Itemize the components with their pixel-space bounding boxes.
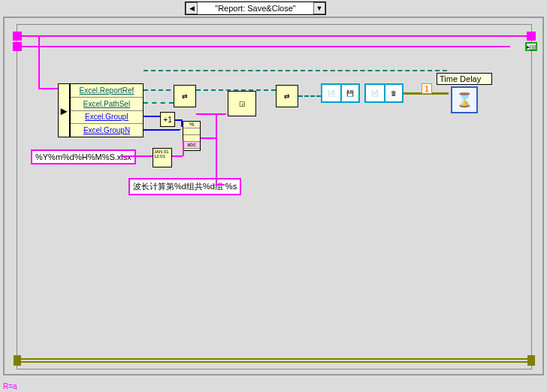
format-into-string-node[interactable]: %abc bbox=[183, 121, 201, 151]
tunnel-error-left bbox=[14, 355, 21, 366]
wire-down-to-cluster bbox=[38, 35, 40, 88]
wire-cluster-top bbox=[17, 35, 533, 37]
numeric-const-one[interactable]: 1 bbox=[422, 83, 432, 94]
timestamp-format-node[interactable]: JAN 01 12:01 bbox=[153, 148, 172, 167]
wire-to-caption bbox=[216, 184, 225, 185]
transform-node[interactable]: ◲ bbox=[228, 91, 256, 116]
wire-format-up bbox=[216, 113, 217, 184]
close-report-node[interactable]: 📄 🗑 bbox=[364, 83, 403, 103]
time-delay-vi[interactable]: Time Delay ⌛ bbox=[437, 73, 492, 113]
bundle-node-1[interactable]: ⇄ bbox=[174, 85, 196, 107]
tunnel-left-1 bbox=[13, 32, 22, 41]
case-structure-frame: ▸|||| ▸ Excel.ReportRef Excel.PathSel Ex… bbox=[17, 24, 532, 369]
wire-pathsel bbox=[144, 102, 174, 104]
cluster-row-pathsel[interactable]: Excel.PathSel bbox=[71, 98, 143, 111]
save-report-node[interactable]: 📄 💾 bbox=[321, 83, 360, 103]
cluster-selector-icon: ▸ bbox=[58, 83, 70, 137]
footer-label: R=a bbox=[3, 382, 17, 390]
wire-error-rail-bottom bbox=[17, 358, 533, 363]
wire-cluster-2 bbox=[17, 46, 510, 47]
bundle-node-2[interactable]: ⇄ bbox=[276, 85, 298, 107]
time-delay-icon: ⌛ bbox=[451, 86, 478, 113]
tunnel-error-right bbox=[527, 355, 535, 366]
wire-b2-out bbox=[298, 95, 321, 97]
cluster-row-groupi[interactable]: Excel.GroupI bbox=[71, 111, 143, 125]
tunnel-right-green: ▸|||| bbox=[525, 42, 537, 51]
case-dropdown-arrow[interactable]: ▼ bbox=[313, 2, 325, 14]
case-selector[interactable]: ◀ "Report: Save&Close" ▼ bbox=[185, 2, 326, 15]
wire-format-out bbox=[201, 137, 216, 139]
case-label: "Report: Save&Close" bbox=[198, 4, 313, 13]
increment-node[interactable]: +1 bbox=[160, 112, 175, 127]
wire-fn-to-ts bbox=[121, 155, 153, 157]
cluster-row-groupn[interactable]: Excel.GroupN bbox=[71, 124, 143, 137]
unbundle-cluster[interactable]: Excel.ReportRef Excel.PathSel Excel.Grou… bbox=[70, 83, 144, 137]
wire-reportref-top bbox=[144, 70, 447, 71]
cluster-row-reportref[interactable]: Excel.ReportRef bbox=[71, 84, 143, 98]
time-delay-label: Time Delay bbox=[437, 73, 492, 85]
tunnel-left-2 bbox=[13, 42, 22, 51]
outer-structure-frame: ▸|||| ▸ Excel.ReportRef Excel.PathSel Ex… bbox=[3, 17, 544, 375]
wire-ts-out bbox=[172, 155, 183, 157]
tunnel-right-1 bbox=[527, 32, 536, 41]
wire-ts-up bbox=[183, 141, 184, 156]
string-const-caption[interactable]: 波长计算第%d组共%d组 %s bbox=[128, 178, 241, 195]
wire-groupn-conn bbox=[180, 129, 181, 130]
case-prev-arrow[interactable]: ◀ bbox=[186, 2, 198, 14]
wire-groupi bbox=[144, 116, 160, 117]
wire-groupn bbox=[144, 129, 180, 131]
string-const-filename[interactable]: %Y%m%d%H%M%S.xlsx bbox=[31, 149, 136, 164]
wire-b1-out bbox=[196, 113, 226, 115]
wire-to-cluster bbox=[38, 88, 58, 89]
